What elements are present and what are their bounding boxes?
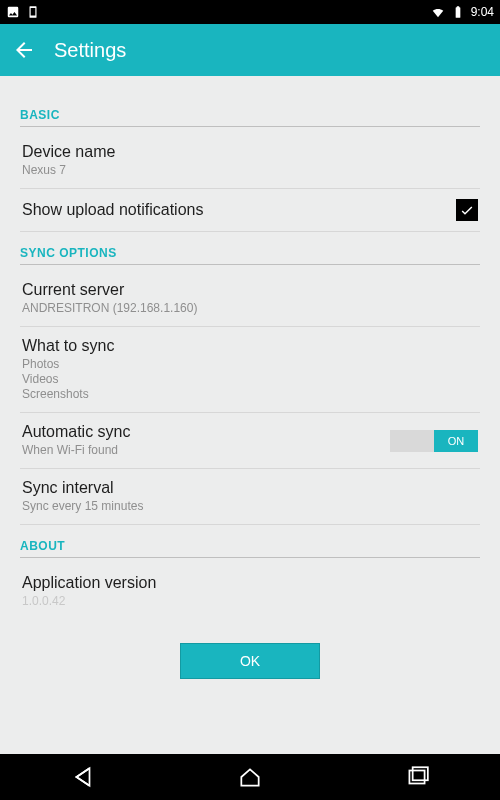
- checkbox-upload-notifications[interactable]: [456, 199, 478, 221]
- nav-recent-icon[interactable]: [404, 764, 430, 790]
- battery-icon: [451, 5, 465, 19]
- row-title: Application version: [22, 574, 478, 592]
- image-icon: [6, 5, 20, 19]
- app-bar: Settings: [0, 24, 500, 76]
- row-sync-interval[interactable]: Sync interval Sync every 15 minutes: [20, 469, 480, 525]
- row-title: Automatic sync: [22, 423, 390, 441]
- nav-back-icon[interactable]: [70, 764, 96, 790]
- row-title: Device name: [22, 143, 478, 161]
- section-header-basic: BASIC: [20, 108, 480, 122]
- section-header-about: ABOUT: [20, 539, 480, 553]
- toggle-automatic-sync[interactable]: ON: [390, 430, 478, 452]
- row-title: What to sync: [22, 337, 478, 355]
- ok-button[interactable]: OK: [180, 643, 320, 679]
- status-bar: 9:04: [0, 0, 500, 24]
- row-app-version: Application version 1.0.0.42: [20, 564, 480, 619]
- row-current-server[interactable]: Current server ANDRESITRON (192.168.1.16…: [20, 271, 480, 327]
- row-title: Show upload notifications: [22, 201, 456, 219]
- row-sub: ANDRESITRON (192.168.1.160): [22, 301, 478, 316]
- row-sub: 1.0.0.42: [22, 594, 478, 609]
- section-header-sync: SYNC OPTIONS: [20, 246, 480, 260]
- row-sub: Sync every 15 minutes: [22, 499, 478, 514]
- svg-rect-1: [412, 767, 427, 780]
- row-automatic-sync[interactable]: Automatic sync When Wi-Fi found ON: [20, 413, 480, 469]
- row-device-name[interactable]: Device name Nexus 7: [20, 133, 480, 189]
- svg-rect-0: [409, 771, 424, 784]
- row-what-to-sync[interactable]: What to sync Photos Videos Screenshots: [20, 327, 480, 413]
- row-title: Sync interval: [22, 479, 478, 497]
- settings-content: BASIC Device name Nexus 7 Show upload no…: [0, 76, 500, 754]
- toggle-on-label: ON: [434, 430, 478, 452]
- row-upload-notifications[interactable]: Show upload notifications: [20, 189, 480, 232]
- nav-bar: [0, 754, 500, 800]
- row-sub: Nexus 7: [22, 163, 478, 178]
- page-title: Settings: [54, 39, 126, 62]
- wifi-icon: [431, 5, 445, 19]
- row-title: Current server: [22, 281, 478, 299]
- divider: [20, 126, 480, 127]
- divider: [20, 557, 480, 558]
- toggle-off-track: [390, 430, 434, 452]
- back-icon[interactable]: [12, 38, 36, 62]
- divider: [20, 264, 480, 265]
- nav-home-icon[interactable]: [237, 764, 263, 790]
- status-time: 9:04: [471, 5, 494, 19]
- check-icon: [459, 202, 475, 218]
- ok-row: OK: [20, 619, 480, 687]
- row-sub: Photos Videos Screenshots: [22, 357, 478, 402]
- row-sub: When Wi-Fi found: [22, 443, 390, 458]
- device-icon: [26, 5, 40, 19]
